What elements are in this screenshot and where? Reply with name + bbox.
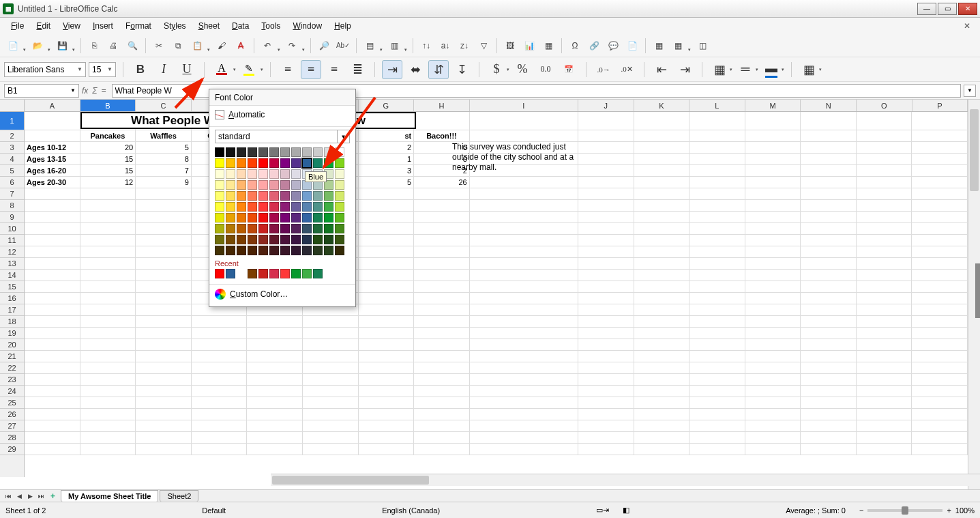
color-swatch[interactable] [291,224,301,233]
bold-button[interactable]: B [130,60,151,79]
cell-F26[interactable] [303,409,359,420]
sort-button[interactable]: z↓ [456,37,473,55]
cell-K13[interactable] [634,258,690,270]
cell-K24[interactable] [634,386,690,397]
cell-O24[interactable] [857,386,912,397]
color-swatch[interactable] [280,158,290,168]
row-header-15[interactable]: 15 [0,281,24,293]
row-header-2[interactable]: 2 [0,130,24,142]
menu-window[interactable]: Window [287,19,327,33]
cell-B27[interactable] [80,420,136,432]
cell-P11[interactable] [912,235,968,246]
cell-K12[interactable] [634,246,690,258]
cell-H21[interactable] [414,351,470,362]
color-swatch[interactable] [280,202,290,212]
valign-bottom-button[interactable]: ↧ [451,60,472,79]
cell-K2[interactable] [634,130,690,142]
column-header-J[interactable]: J [578,100,634,111]
recent-colors-row[interactable] [215,269,350,278]
split-button[interactable]: ◫ [694,37,711,55]
color-swatch[interactable] [248,169,257,179]
cell-B13[interactable] [80,258,136,270]
color-swatch[interactable] [335,213,344,222]
cell-O13[interactable] [857,258,912,270]
cell-L7[interactable] [689,188,745,200]
tab-last-button[interactable]: ⏭ [35,491,46,501]
cell-P4[interactable] [912,154,968,165]
cell-O8[interactable] [857,200,912,212]
color-swatch[interactable] [335,191,344,201]
cell-E21[interactable] [247,351,303,362]
percent-button[interactable]: % [512,60,533,79]
cell-P6[interactable] [912,177,968,188]
row-header-16[interactable]: 16 [0,293,24,304]
cell-B3[interactable]: 20 [80,142,136,154]
color-swatch[interactable] [237,180,246,190]
pivot-button[interactable]: ▦ [539,37,557,55]
cell-O7[interactable] [857,188,912,200]
zoom-slider[interactable] [867,509,942,512]
cell-O26[interactable] [857,409,912,420]
cell-A28[interactable] [25,432,80,444]
cell-H27[interactable] [414,420,470,432]
cell-P29[interactable] [912,444,968,455]
color-swatch[interactable] [258,235,268,244]
cell-J7[interactable] [578,188,634,200]
cell-H1[interactable] [414,112,470,130]
cell-reference-box[interactable]: B1▼ [4,84,79,98]
cell-O6[interactable] [857,177,912,188]
cell-I27[interactable] [470,420,578,432]
cell-A6[interactable]: Ages 20-30 [25,177,80,188]
cell-H14[interactable] [414,270,470,281]
cell-M12[interactable] [745,246,801,258]
cell-A27[interactable] [25,420,80,432]
cell-O5[interactable] [857,165,912,177]
cell-B24[interactable] [80,386,136,397]
cell-C13[interactable] [136,258,192,270]
cell-J15[interactable] [578,281,634,293]
color-swatch[interactable] [313,224,323,233]
cell-K20[interactable] [634,339,690,351]
color-swatch[interactable] [302,246,312,255]
wrap-text-button[interactable]: ⇥ [382,60,402,79]
cell-J18[interactable] [578,316,634,328]
row-header-23[interactable]: 23 [0,374,24,386]
color-swatch[interactable] [226,235,235,244]
cell-M1[interactable] [745,112,801,130]
cell-L11[interactable] [689,235,745,246]
cell-K7[interactable] [634,188,690,200]
cell-L27[interactable] [689,420,745,432]
cell-I11[interactable] [470,235,578,246]
cell-C5[interactable]: 7 [136,165,192,177]
cell-M19[interactable] [745,328,801,339]
cell-H13[interactable] [414,258,470,270]
cell-N11[interactable] [801,235,857,246]
cell-N1[interactable] [801,112,857,130]
cell-J29[interactable] [578,444,634,455]
cell-N20[interactable] [801,339,857,351]
cell-B10[interactable] [80,223,136,235]
cell-D23[interactable] [192,374,248,386]
color-swatch[interactable] [258,147,268,157]
row-header-7[interactable]: 7 [0,188,24,200]
menu-view[interactable]: View [57,19,86,33]
cell-H16[interactable] [414,293,470,304]
cell-K8[interactable] [634,200,690,212]
cell-L29[interactable] [689,444,745,455]
color-swatch[interactable] [324,191,333,201]
cell-E23[interactable] [247,374,303,386]
row-header-10[interactable]: 10 [0,223,24,235]
cell-M22[interactable] [745,362,801,374]
cell-D28[interactable] [192,432,248,444]
cell-O28[interactable] [857,432,912,444]
row-header-29[interactable]: 29 [0,444,24,455]
cell-N9[interactable] [801,212,857,223]
cell-J25[interactable] [578,397,634,409]
color-swatch[interactable] [215,246,224,255]
cell-O21[interactable] [857,351,912,362]
cell-G6[interactable]: 5 [359,177,415,188]
color-swatch[interactable] [258,191,268,201]
column-header-I[interactable]: I [470,100,578,111]
cell-C12[interactable] [136,246,192,258]
color-swatch[interactable] [313,213,323,222]
